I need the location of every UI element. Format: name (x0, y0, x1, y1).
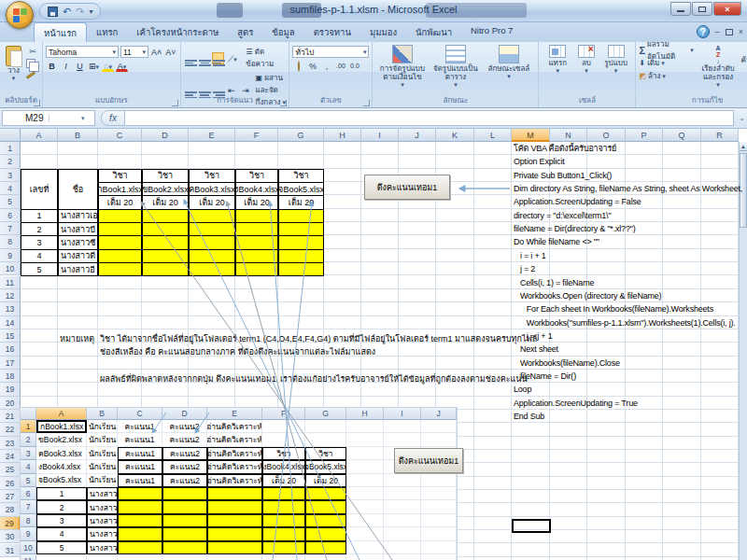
top-table-score-cell[interactable] (142, 209, 189, 223)
format-cells-button[interactable]: รูปแบบ▾ (599, 44, 633, 75)
tab-มุมมอง[interactable]: มุมมอง (360, 22, 406, 42)
maximize-button[interactable] (692, 2, 712, 16)
column-header-F[interactable]: F (235, 129, 278, 142)
column-header-A[interactable]: A (21, 129, 58, 142)
top-table-score-cell[interactable] (278, 249, 324, 263)
column-header-R[interactable]: R (701, 129, 739, 142)
top-table-score-cell[interactable] (98, 235, 142, 249)
comma-style-icon[interactable]: , (320, 60, 332, 72)
top-table-file[interactable]: กBook1.xlsx (98, 182, 142, 196)
top-table-header-no[interactable]: เลขที่ (21, 169, 58, 210)
row-header-4[interactable]: 4 (0, 182, 21, 195)
row-header-29[interactable]: 29 (0, 517, 21, 530)
row-header-12[interactable]: 12 (0, 289, 21, 302)
workbook-restore-icon[interactable] (726, 29, 733, 35)
clear-button[interactable]: ◩ ล้าง▾ (639, 70, 693, 82)
row-header-1[interactable]: 1 (0, 142, 21, 155)
save-icon[interactable] (48, 7, 58, 17)
sort-filter-button[interactable]: AZ↓ เรียงลำดับและกรอง▾ (698, 44, 740, 89)
align-middle-icon[interactable] (198, 52, 210, 64)
row-header-21[interactable]: 21 (0, 410, 21, 423)
italic-button[interactable]: I (60, 60, 72, 72)
top-table-max[interactable]: เต็ม 20 (235, 195, 278, 209)
name-box-dropdown-icon[interactable]: ▾ (49, 115, 95, 122)
percent-style-icon[interactable]: % (306, 60, 318, 72)
top-table-student-name[interactable]: นางสาวบี (58, 222, 98, 236)
column-header-M[interactable]: M (512, 129, 550, 142)
close-button[interactable]: × (713, 2, 741, 16)
column-header-J[interactable]: J (399, 129, 436, 142)
decrease-decimal-icon[interactable]: 0.0 (348, 60, 360, 72)
row-header-8[interactable]: 8 (0, 235, 21, 248)
top-table-score-cell[interactable] (98, 222, 142, 236)
fill-button[interactable]: ⬇ เติม▾ (639, 57, 693, 69)
orientation-icon[interactable]: ⟋▾ (226, 52, 238, 64)
column-header-N[interactable]: N (550, 129, 587, 142)
column-header-C[interactable]: C (98, 129, 142, 142)
row-header-23[interactable]: 23 (0, 437, 21, 450)
row-header-14[interactable]: 14 (0, 316, 21, 329)
row-header-3[interactable]: 3 (0, 169, 21, 182)
top-table-score-cell[interactable] (278, 222, 324, 236)
cell-styles-button[interactable]: ลักษณะเซลล์▾ (482, 44, 535, 80)
format-painter-icon[interactable] (26, 71, 35, 78)
font-name-combo[interactable]: Tahoma▾ (46, 46, 119, 58)
pull-scores-term1-button-bottom[interactable]: ดึงคะแนนเทอม1 (394, 448, 463, 473)
workbook-close-icon[interactable]: × (739, 27, 743, 36)
top-table-student-no[interactable]: 4 (21, 249, 58, 263)
row-header-7[interactable]: 7 (0, 222, 21, 235)
top-table-score-cell[interactable] (98, 262, 142, 276)
column-header-D[interactable]: D (142, 129, 189, 142)
expand-formula-bar-icon[interactable]: ⌄ (739, 114, 745, 122)
bold-button[interactable]: B (46, 60, 58, 72)
column-header-Q[interactable]: Q (663, 129, 701, 142)
undo-icon[interactable]: ↶ (63, 7, 71, 17)
row-header-19[interactable]: 19 (0, 383, 21, 396)
underline-button[interactable]: U (74, 60, 86, 72)
copy-icon[interactable] (26, 59, 35, 68)
top-table-score-cell[interactable] (278, 209, 324, 223)
office-button[interactable] (6, 1, 34, 29)
top-table-student-name[interactable]: นางสาวซี (58, 235, 98, 249)
column-header-G[interactable]: G (278, 129, 324, 142)
align-bottom-icon[interactable] (212, 52, 224, 64)
selected-cell-M29[interactable] (512, 519, 551, 533)
top-table-student-name[interactable]: นางสาวเอ (58, 209, 98, 223)
top-table-subject[interactable]: วิชา (278, 169, 324, 183)
top-table-score-cell[interactable] (142, 222, 189, 236)
tab-ตรวจทาน[interactable]: ตรวจทาน (304, 22, 360, 42)
row-header-27[interactable]: 27 (0, 490, 21, 503)
qat-customize-dropdown-icon[interactable]: ▾ (89, 7, 92, 16)
number-dialog-launcher[interactable] (363, 100, 370, 106)
row-header-5[interactable]: 5 (0, 195, 21, 208)
row-header-10[interactable]: 10 (0, 262, 21, 275)
top-table-student-name[interactable]: นางสาวดี (58, 249, 98, 263)
top-table-score-cell[interactable] (189, 235, 235, 249)
conditional-formatting-button[interactable]: การจัดรูปแบบตามเงื่อนไข▾ (375, 44, 429, 89)
tab-Nitro Pro 7[interactable]: Nitro Pro 7 (461, 22, 522, 42)
row-header-28[interactable]: 28 (0, 503, 21, 516)
row-header-11[interactable]: 11 (0, 276, 21, 289)
font-dialog-launcher[interactable] (172, 100, 178, 106)
scroll-up-icon[interactable]: ▲ (740, 142, 747, 151)
row-header-2[interactable]: 2 (0, 155, 21, 168)
insert-function-icon[interactable]: fx (101, 110, 125, 126)
borders-icon[interactable]: ⊞▾ (88, 60, 100, 72)
redo-icon[interactable]: ↷ (76, 7, 84, 17)
top-table-file[interactable]: จBook5.xlsx (278, 182, 324, 196)
top-table-max[interactable]: เต็ม 20 (98, 195, 142, 209)
top-table-subject[interactable]: วิชา (142, 169, 189, 183)
minimize-button[interactable] (670, 2, 691, 16)
autosum-button[interactable]: Σ ผลรวมอัตโนมัติ▾ (639, 44, 693, 56)
top-table-score-cell[interactable] (189, 209, 235, 223)
top-table-score-cell[interactable] (278, 262, 324, 276)
top-table-header-name[interactable]: ชื่อ (58, 169, 98, 210)
top-table-score-cell[interactable] (142, 235, 189, 249)
top-table-score-cell[interactable] (235, 249, 278, 263)
top-table-score-cell[interactable] (189, 249, 235, 263)
column-header-P[interactable]: P (626, 129, 663, 142)
top-table-file[interactable]: งBook4.xlsx (235, 182, 278, 196)
select-all-corner[interactable] (0, 129, 21, 142)
row-header-22[interactable]: 22 (0, 423, 21, 436)
pull-scores-term1-button-top[interactable]: ดึงคะแนนเทอม1 (364, 175, 450, 200)
